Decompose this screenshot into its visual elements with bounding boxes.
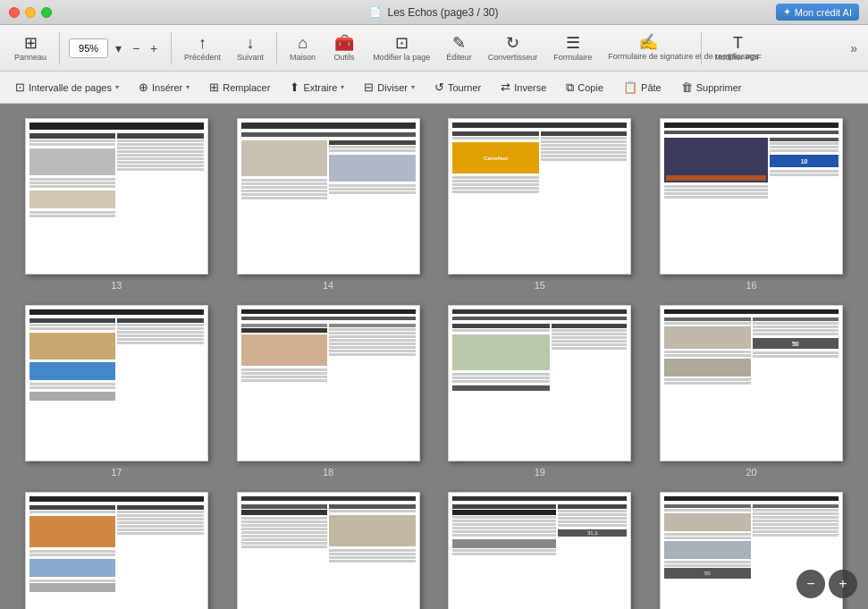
page-item-18[interactable]: 18 <box>230 305 427 478</box>
pate-label: Pâte <box>641 82 662 93</box>
page-num-17: 17 <box>111 467 122 478</box>
page-item-19[interactable]: 19 <box>442 305 639 478</box>
panneau-button[interactable]: ⊞ Panneau <box>7 31 54 65</box>
page-thumb-22[interactable] <box>237 492 420 609</box>
formulaire-label: Formulaire <box>553 53 592 62</box>
page-thumb-18[interactable] <box>237 305 420 461</box>
traffic-lights <box>9 7 52 18</box>
minimize-button[interactable] <box>25 7 36 18</box>
zoom-out-overlay-button[interactable]: − <box>796 570 825 598</box>
diviser-button[interactable]: ⊟ Diviser ▾ <box>356 77 423 97</box>
extraire-button[interactable]: ⬆ Extraire ▾ <box>282 77 352 97</box>
precedent-label: Précédent <box>184 53 221 62</box>
suivant-button[interactable]: ↓ Suivant <box>230 31 271 65</box>
page-num-14: 14 <box>323 280 333 291</box>
zoom-input[interactable] <box>69 38 108 58</box>
editeur-button[interactable]: ✎ Éditeur <box>439 31 479 65</box>
editeur-icon: ✎ <box>452 35 466 51</box>
tourner-button[interactable]: ↺ Tourner <box>426 77 489 97</box>
page-thumb-23[interactable]: 31,3 <box>448 492 631 609</box>
maison-button[interactable]: ⌂ Maison <box>282 31 323 65</box>
expand-button[interactable]: » <box>847 38 861 59</box>
intervalle-button[interactable]: ⊡ Intervalle de pages ▾ <box>7 77 127 97</box>
panneau-icon: ⊞ <box>24 35 38 51</box>
page-thumb-20[interactable]: 50 <box>660 305 843 461</box>
page-num-20: 20 <box>746 467 757 478</box>
page-num-18: 18 <box>323 467 333 478</box>
page-item-20[interactable]: 50 20 <box>653 305 850 478</box>
modifier-page-button[interactable]: ⊡ Modifier la page <box>366 31 437 65</box>
copie-icon: ⧉ <box>566 80 574 95</box>
precedent-button[interactable]: ↑ Précédent <box>177 31 228 65</box>
zoom-minus-button[interactable]: − <box>128 40 144 56</box>
page-thumb-16[interactable]: 10 <box>660 118 843 275</box>
page-thumb-19[interactable] <box>448 305 631 461</box>
modifier-pdf-label: Modifier PDF <box>714 53 762 62</box>
copie-button[interactable]: ⧉ Copie <box>558 77 611 98</box>
page-thumb-15[interactable]: Carrefour <box>448 118 631 275</box>
signature-label: Formulaire de signature et de remplissag… <box>608 52 688 62</box>
inserer-button[interactable]: ⊕ Insérer ▾ <box>131 77 198 97</box>
page-num-13: 13 <box>111 280 122 291</box>
zoom-plus-button[interactable]: + <box>146 40 162 56</box>
page-item-16[interactable]: 10 16 <box>653 118 850 291</box>
outils-button[interactable]: 🧰 Outils <box>324 31 364 65</box>
divider-3 <box>276 32 277 64</box>
intervalle-dropdown-icon: ▾ <box>115 83 119 91</box>
page-item-22[interactable]: 22 <box>230 492 427 609</box>
credit-button[interactable]: ✦ Mon crédit AI <box>776 4 859 21</box>
divider-1 <box>59 32 60 64</box>
divider-2 <box>171 32 172 64</box>
divider-4 <box>701 32 702 64</box>
zoom-in-overlay-button[interactable]: + <box>829 570 857 598</box>
page-item-21[interactable]: 21 <box>18 492 215 609</box>
inverse-button[interactable]: ⇄ Inverse <box>493 77 554 97</box>
zoom-dropdown-button[interactable]: ▾ <box>110 40 126 56</box>
modifier-pdf-icon: T <box>733 35 743 51</box>
maison-icon: ⌂ <box>298 35 308 51</box>
supprimer-icon: 🗑 <box>681 80 693 94</box>
panneau-label: Panneau <box>14 53 46 62</box>
modifier-pdf-button[interactable]: T Modifier PDF <box>707 31 769 65</box>
intervalle-icon: ⊡ <box>15 80 25 94</box>
window-title: 📄 Les Echos (page3 / 30) <box>369 6 498 19</box>
intervalle-label: Intervalle de pages <box>29 82 112 93</box>
page-thumb-21[interactable] <box>25 492 208 609</box>
suivant-icon: ↓ <box>247 35 255 51</box>
page-thumb-13[interactable] <box>25 118 208 275</box>
page-item-14[interactable]: 14 <box>230 118 427 291</box>
modifier-page-label: Modifier la page <box>373 53 430 62</box>
close-button[interactable] <box>9 7 20 18</box>
signature-icon: ✍ <box>638 34 658 50</box>
page-item-15[interactable]: Carrefour <box>442 118 639 291</box>
outils-label: Outils <box>334 53 355 62</box>
formulaire-icon: ☰ <box>566 35 580 51</box>
main-toolbar: ⊞ Panneau ▾ − + ↑ Précédent ↓ Suivant ⌂ … <box>0 25 868 72</box>
convertisseur-icon: ↻ <box>506 35 519 51</box>
remplacer-icon: ⊞ <box>209 80 219 94</box>
pate-button[interactable]: 📋 Pâte <box>615 77 670 97</box>
extraire-icon: ⬆ <box>290 80 299 94</box>
page-item-17[interactable]: 17 <box>18 305 215 478</box>
formulaire-button[interactable]: ☰ Formulaire <box>546 31 599 65</box>
inserer-label: Insérer <box>152 82 182 93</box>
maximize-button[interactable] <box>41 7 52 18</box>
inserer-dropdown-icon: ▾ <box>186 83 190 91</box>
remplacer-button[interactable]: ⊞ Remplacer <box>201 77 278 97</box>
signature-button[interactable]: ✍ Formulaire de signature et de rempliss… <box>601 30 695 65</box>
diviser-icon: ⊟ <box>364 80 374 94</box>
page-item-13[interactable]: 13 <box>18 118 215 291</box>
copie-label: Copie <box>577 82 603 93</box>
page-item-23[interactable]: 31,3 23 <box>442 492 639 609</box>
title-text: Les Echos (page3 / 30) <box>387 6 498 19</box>
sub-toolbar: ⊡ Intervalle de pages ▾ ⊕ Insérer ▾ ⊞ Re… <box>0 72 868 104</box>
tourner-icon: ↺ <box>434 80 444 94</box>
page-thumb-17[interactable] <box>25 305 208 461</box>
supprimer-button[interactable]: 🗑 Supprimer <box>673 77 750 97</box>
maison-label: Maison <box>290 53 316 62</box>
page-thumb-14[interactable] <box>237 118 420 275</box>
convertisseur-button[interactable]: ↻ Convertisseur <box>481 31 545 65</box>
page-num-15: 15 <box>535 280 545 291</box>
title-bar: 📄 Les Echos (page3 / 30) ✦ Mon crédit AI <box>0 0 868 25</box>
pages-grid: 13 <box>18 118 850 609</box>
